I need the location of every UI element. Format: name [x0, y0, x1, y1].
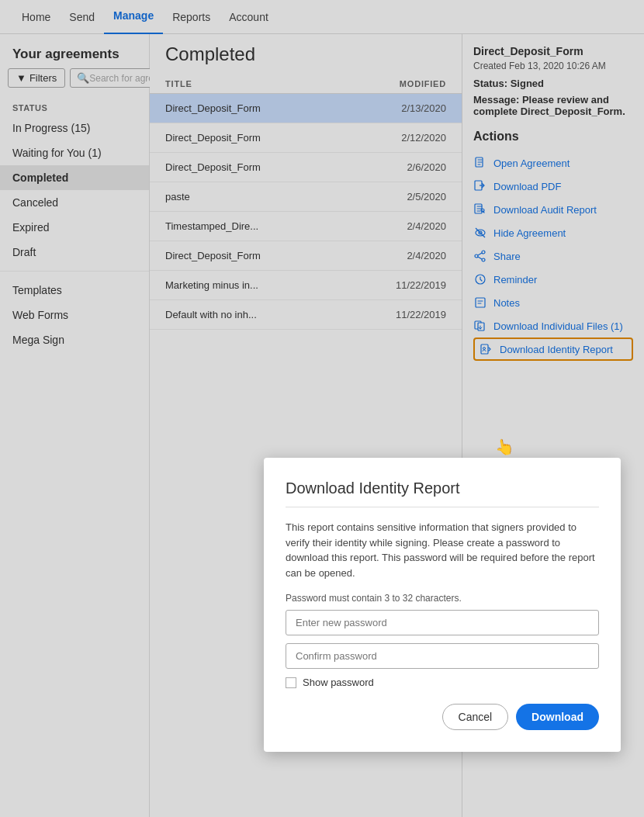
confirm-password-input[interactable] [286, 643, 599, 669]
new-password-input[interactable] [286, 610, 599, 635]
download-button[interactable]: Download [516, 704, 599, 730]
dialog-divider [286, 507, 599, 507]
download-identity-dialog: Download Identity Report This report con… [264, 458, 621, 752]
password-requirement-label: Password must contain 3 to 32 characters… [286, 593, 599, 604]
dialog-footer: Cancel Download [286, 704, 599, 730]
show-password-checkbox[interactable] [286, 677, 296, 688]
show-password-label: Show password [303, 677, 374, 688]
show-password-row: Show password [286, 677, 599, 688]
dialog-body: This report contains sensitive informati… [286, 520, 599, 580]
dialog-title: Download Identity Report [286, 479, 599, 497]
cancel-button[interactable]: Cancel [442, 704, 509, 730]
